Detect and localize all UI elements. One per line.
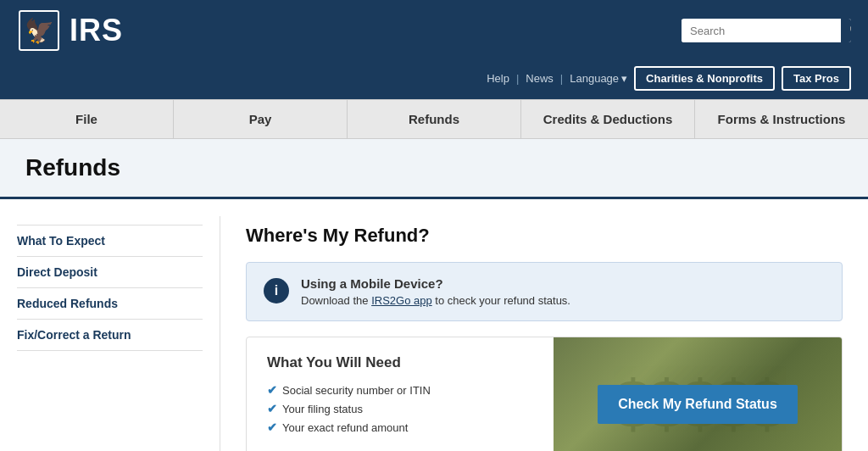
- content-area: What To Expect Direct Deposit Reduced Re…: [0, 199, 868, 451]
- checklist-item-filing-status: ✔ Your filing status: [267, 402, 533, 415]
- language-label: Language: [570, 72, 619, 85]
- checklist-label-1: Social security number or ITIN: [282, 384, 431, 397]
- main-content: Where's My Refund? i Using a Mobile Devi…: [220, 216, 868, 451]
- mobile-info-box: i Using a Mobile Device? Download the IR…: [246, 262, 843, 321]
- chevron-down-icon: ▾: [621, 72, 627, 85]
- news-link[interactable]: News: [526, 72, 554, 85]
- sidebar-item-what-to-expect[interactable]: What To Expect: [17, 225, 203, 257]
- header-top: 🦅 IRS 🔍: [0, 0, 868, 61]
- separator-1: |: [516, 72, 519, 85]
- search-button[interactable]: 🔍: [841, 19, 851, 42]
- page-title: Refunds: [25, 154, 843, 181]
- header-right: 🔍: [682, 19, 851, 42]
- page-title-bar: Refunds: [0, 139, 868, 199]
- check-icon-3: ✔: [267, 420, 277, 434]
- utility-nav: Help | News | Language ▾ Charities & Non…: [0, 61, 868, 99]
- taxpros-button[interactable]: Tax Pros: [782, 66, 851, 91]
- logo-area: 🦅 IRS: [17, 8, 123, 53]
- help-link[interactable]: Help: [487, 72, 509, 85]
- info-box-text: Using a Mobile Device? Download the IRS2…: [301, 276, 570, 307]
- logo-icon: 🦅: [17, 8, 61, 53]
- check-icon-1: ✔: [267, 383, 277, 397]
- nav-item-refunds[interactable]: Refunds: [348, 100, 521, 138]
- section-title: Where's My Refund?: [246, 225, 843, 247]
- irs2go-link[interactable]: IRS2Go app: [371, 294, 432, 307]
- check-icon-2: ✔: [267, 402, 277, 415]
- checklist-item-refund-amount: ✔ Your exact refund amount: [267, 420, 533, 434]
- action-box-heading: What You Will Need: [267, 354, 533, 371]
- action-box: What You Will Need ✔ Social security num…: [246, 337, 843, 451]
- checklist-item-ssn: ✔ Social security number or ITIN: [267, 383, 533, 397]
- charities-button[interactable]: Charities & Nonprofits: [634, 66, 775, 91]
- sidebar: What To Expect Direct Deposit Reduced Re…: [0, 216, 220, 451]
- checklist-label-3: Your exact refund amount: [282, 421, 408, 434]
- info-icon: i: [264, 278, 289, 303]
- search-input[interactable]: [682, 19, 841, 42]
- checklist-label-2: Your filing status: [282, 403, 363, 415]
- info-text-after-link: to check your refund status.: [432, 294, 570, 307]
- irs-logo-text: IRS: [70, 13, 123, 48]
- nav-item-file[interactable]: File: [0, 100, 174, 138]
- sidebar-item-fix-correct[interactable]: Fix/Correct a Return: [17, 320, 203, 351]
- separator-2: |: [560, 72, 563, 85]
- irs-eagle-icon: 🦅: [19, 10, 59, 51]
- main-nav: File Pay Refunds Credits & Deductions Fo…: [0, 99, 868, 139]
- nav-item-credits[interactable]: Credits & Deductions: [521, 100, 695, 138]
- check-refund-status-button[interactable]: Check My Refund Status: [598, 385, 798, 424]
- info-box-heading: Using a Mobile Device?: [301, 276, 570, 291]
- info-text-before-link: Download the: [301, 294, 371, 307]
- nav-item-pay[interactable]: Pay: [174, 100, 348, 138]
- action-box-right: $$$$$ Check My Refund Status: [554, 337, 842, 451]
- nav-item-forms[interactable]: Forms & Instructions: [695, 100, 868, 138]
- sidebar-item-direct-deposit[interactable]: Direct Deposit: [17, 257, 203, 288]
- sidebar-item-reduced-refunds[interactable]: Reduced Refunds: [17, 288, 203, 320]
- info-box-body: Download the IRS2Go app to check your re…: [301, 294, 570, 307]
- header: 🦅 IRS 🔍 Help | News | Language ▾ Chariti…: [0, 0, 868, 99]
- language-selector[interactable]: Language ▾: [570, 72, 627, 85]
- money-background: $$$$$ Check My Refund Status: [554, 337, 842, 451]
- action-box-left: What You Will Need ✔ Social security num…: [247, 337, 554, 451]
- checklist: ✔ Social security number or ITIN ✔ Your …: [267, 383, 533, 434]
- search-box[interactable]: 🔍: [682, 19, 851, 42]
